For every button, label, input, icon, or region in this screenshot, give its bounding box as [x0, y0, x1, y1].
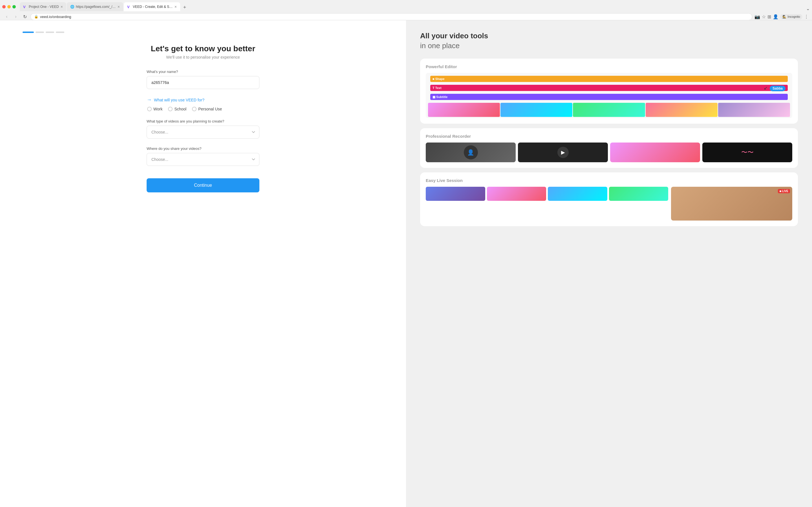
new-tab-button[interactable]: +: [181, 3, 189, 11]
radio-personal[interactable]: [192, 107, 197, 111]
bookmark-icon[interactable]: ☆: [762, 14, 766, 19]
share-platform-group: Where do you share your videos? Choose..…: [147, 147, 259, 166]
radio-option-work[interactable]: Work: [147, 107, 162, 111]
live-left: [426, 187, 668, 221]
live-label: LIVE: [782, 189, 788, 193]
tab-veed-active[interactable]: V VEED - Create, Edit & Share Vi... ×: [124, 2, 180, 11]
video-type-group: What type of videos are you planning to …: [147, 119, 259, 138]
tab-bar: V Project One - VEED × 🌐 https://pageflo…: [20, 2, 810, 11]
radio-school[interactable]: [168, 107, 172, 111]
address-bar[interactable]: 🔒 veed.io/onboarding: [31, 13, 752, 20]
tab-label: VEED - Create, Edit & Share Vi...: [133, 5, 173, 9]
share-select[interactable]: Choose...: [147, 153, 259, 166]
tab-close-icon[interactable]: ×: [61, 5, 63, 9]
name-label: What's your name?: [147, 69, 259, 74]
progress-step-1: [22, 32, 34, 33]
back-button[interactable]: ‹: [3, 13, 10, 20]
text-track-label: T Text: [433, 86, 442, 90]
extensions-icon[interactable]: ⊞: [767, 14, 771, 19]
tab-favicon: 🌐: [70, 5, 74, 9]
live-thumb-1: [426, 187, 485, 201]
live-card-title: Easy Live Session: [426, 178, 792, 183]
name-input[interactable]: [147, 76, 259, 89]
editor-card: Powerful Editor ■ Shape T Text ↙ Sabb: [420, 59, 798, 124]
tab-close-icon[interactable]: ×: [117, 5, 120, 9]
rec-thumb-1: 👤: [426, 143, 516, 162]
live-layout: LIVE: [426, 187, 792, 221]
tab-close-icon[interactable]: ×: [174, 5, 177, 9]
video-type-select[interactable]: Choose...: [147, 126, 259, 138]
form-subtitle: We'll use it to personalise your experie…: [147, 55, 259, 59]
video-thumb-1: [428, 103, 500, 117]
radio-label-work: Work: [153, 107, 162, 111]
continue-button[interactable]: Continue: [147, 178, 259, 192]
menu-icon[interactable]: ⋮: [804, 14, 809, 19]
progress-bar: [22, 32, 64, 33]
forward-button[interactable]: ›: [12, 13, 19, 20]
form-container: Let's get to know you better We'll use i…: [147, 44, 259, 192]
live-dot: [779, 190, 781, 192]
left-panel: Let's get to know you better We'll use i…: [0, 20, 406, 507]
tab-overflow-icon[interactable]: ⌄: [806, 6, 810, 11]
lock-icon: 🔒: [34, 15, 38, 18]
form-title: Let's get to know you better: [147, 44, 259, 53]
minimize-button[interactable]: [7, 5, 11, 8]
live-badge: LIVE: [778, 189, 790, 193]
right-panel-subtitle: in one place: [420, 41, 798, 50]
video-thumb-2: [500, 103, 572, 117]
incognito-badge: 🕵 Incognito: [780, 14, 802, 19]
video-strip: [426, 102, 792, 118]
arrow-right-icon: →: [147, 97, 152, 103]
progress-step-4: [56, 32, 64, 33]
video-thumb-3: [573, 103, 645, 117]
sabba-cursor: ↙ Sabba: [764, 86, 785, 91]
radio-label-school: School: [174, 107, 186, 111]
recorder-card-title: Professional Recorder: [426, 134, 792, 138]
shape-track-label: ■ Shape: [433, 77, 445, 80]
live-main-video: LIVE: [671, 187, 792, 221]
fullscreen-button[interactable]: [12, 5, 16, 8]
subtitle-track-label: ▩ Subtitle: [433, 95, 448, 99]
text-track: T Text ↙ Sabba: [428, 83, 790, 92]
incognito-label: Incognito: [788, 15, 800, 18]
progress-step-2: [36, 32, 44, 33]
use-case-group: → What will you use VEED for? Work Schoo…: [147, 97, 259, 111]
camera-off-icon[interactable]: 📷: [755, 14, 760, 19]
recorder-card: Professional Recorder 👤 ▶ 〜〜: [420, 128, 798, 168]
browser-chrome: V Project One - VEED × 🌐 https://pageflo…: [0, 0, 812, 20]
main-layout: Let's get to know you better We'll use i…: [0, 20, 812, 507]
radio-option-personal[interactable]: Personal Use: [192, 107, 222, 111]
tab-pageflows[interactable]: 🌐 https://pageflows.com/_/emai... ×: [67, 2, 123, 11]
editor-preview: ■ Shape T Text ↙ Sabba: [426, 73, 792, 118]
video-thumb-5: [718, 103, 790, 117]
traffic-lights: [2, 5, 16, 8]
toolbar-actions: 📷 ☆ ⊞ 👤 🕵 Incognito ⋮: [755, 14, 809, 19]
rec-thumb-2: ▶: [518, 143, 608, 162]
tab-label: Project One - VEED: [29, 5, 59, 9]
tab-project-one[interactable]: V Project One - VEED ×: [20, 2, 66, 11]
recorder-thumbs: 👤 ▶ 〜〜: [426, 143, 792, 162]
right-panel: All your video tools in one place Powerf…: [406, 20, 812, 507]
video-type-label: What type of videos are you planning to …: [147, 119, 259, 123]
veed-question-row: → What will you use VEED for?: [147, 97, 259, 103]
tab-label: https://pageflows.com/_/emai...: [76, 5, 116, 9]
tab-favicon: V: [23, 5, 27, 9]
rec-thumb-3: [610, 143, 700, 162]
radio-option-school[interactable]: School: [168, 107, 186, 111]
address-text: veed.io/onboarding: [40, 15, 749, 19]
live-thumb-4: [609, 187, 668, 201]
sabba-badge: Sabba: [770, 86, 785, 91]
profile-icon[interactable]: 👤: [773, 14, 778, 19]
rec-thumb-4: 〜〜: [702, 143, 792, 162]
share-label: Where do you share your videos?: [147, 147, 259, 151]
close-button[interactable]: [2, 5, 6, 8]
video-thumb-4: [646, 103, 718, 117]
tab-favicon: V: [127, 5, 131, 9]
live-thumb-3: [548, 187, 607, 201]
live-card: Easy Live Session LIVE: [420, 172, 798, 226]
radio-work[interactable]: [147, 107, 152, 111]
shape-track: ■ Shape: [428, 75, 790, 83]
reload-button[interactable]: ↻: [21, 13, 28, 20]
radio-label-personal: Personal Use: [198, 107, 222, 111]
waveform-icon: 〜〜: [741, 148, 754, 157]
